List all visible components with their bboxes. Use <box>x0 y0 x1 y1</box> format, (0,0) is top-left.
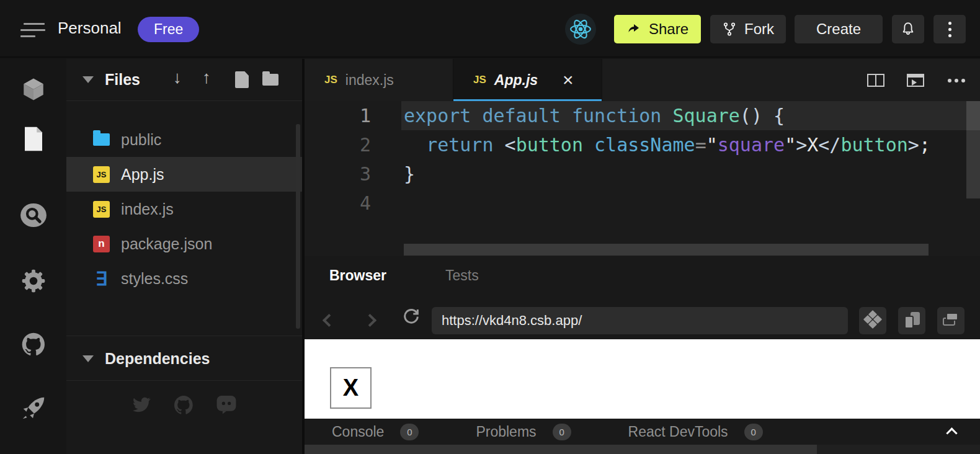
file-item-styles-css[interactable]: ∃styles.css <box>66 261 302 296</box>
line-number: 1 <box>305 105 371 127</box>
new-file-icon[interactable] <box>235 71 249 88</box>
overflow-menu-button[interactable] <box>933 15 966 43</box>
back-icon[interactable] <box>323 314 336 327</box>
files-explorer-icon[interactable] <box>22 126 45 154</box>
browser-preview: X <box>305 339 980 419</box>
code-lines[interactable]: 1export default function Square() {2 ret… <box>305 101 980 218</box>
line-number: 3 <box>305 163 371 185</box>
console-tab-console[interactable]: Console0 <box>332 424 419 440</box>
file-item-public[interactable]: public <box>66 122 302 157</box>
file-item-app-js[interactable]: JSApp.js <box>66 157 302 192</box>
code-line[interactable]: 2 return <button className="square">X</b… <box>305 130 980 159</box>
js-file-icon: JS <box>324 74 337 86</box>
console-tab-label: Console <box>332 424 384 440</box>
open-in-new-window-button[interactable] <box>937 307 964 334</box>
tab-label: index.js <box>345 72 394 89</box>
file-name: index.js <box>121 200 174 218</box>
discord-icon[interactable] <box>215 394 238 415</box>
menu-icon[interactable] <box>20 22 45 38</box>
browser-pane: Browser Tests X Console0Problems0React D… <box>305 256 980 454</box>
create-button[interactable]: Create <box>795 15 883 43</box>
fork-label: Fork <box>744 20 774 38</box>
count-badge: 0 <box>553 424 571 440</box>
console-tab-label: Problems <box>476 424 536 440</box>
twitter-icon[interactable] <box>130 394 153 415</box>
share-button[interactable]: Share <box>614 15 701 43</box>
social-links <box>66 394 302 416</box>
code-text: export default function Square() { <box>371 105 785 127</box>
file-item-package-json[interactable]: npackage.json <box>66 226 302 261</box>
editor-vertical-scrollbar[interactable] <box>966 130 980 198</box>
chevron-down-icon[interactable] <box>82 76 94 83</box>
files-panel: Files ↓ ↑ publicJSApp.jsJSindex.jsnpacka… <box>66 59 302 454</box>
line-number: 4 <box>305 192 371 214</box>
file-list: publicJSApp.jsJSindex.jsnpackage.json∃st… <box>66 122 302 296</box>
console-bar: Console0Problems0React DevTools0 <box>305 419 980 445</box>
js-file-icon: JS <box>93 166 110 183</box>
file-name: styles.css <box>121 270 188 288</box>
upload-icon[interactable]: ↑ <box>202 68 211 87</box>
chevron-up-icon[interactable] <box>946 427 957 438</box>
code-line[interactable]: 3} <box>305 159 980 189</box>
file-name: package.json <box>121 235 212 253</box>
count-badge: 0 <box>400 424 419 440</box>
refresh-icon[interactable] <box>401 306 422 329</box>
settings-gear-icon[interactable] <box>20 267 47 297</box>
fork-button[interactable]: Fork <box>710 15 786 43</box>
create-label: Create <box>816 20 861 38</box>
files-header: Files ↓ ↑ <box>66 59 302 101</box>
bell-icon <box>900 21 916 37</box>
tab-tests[interactable]: Tests <box>445 267 479 284</box>
activity-bar <box>0 59 66 454</box>
editor-horizontal-scrollbar[interactable] <box>404 244 929 256</box>
console-tab-problems[interactable]: Problems0 <box>476 424 571 440</box>
dependencies-title: Dependencies <box>105 350 210 368</box>
plan-badge[interactable]: Free <box>138 17 199 42</box>
top-header: Personal Free Share <box>0 0 980 58</box>
console-items: Console0Problems0React DevTools0 <box>332 419 820 445</box>
sandbox-cube-icon[interactable] <box>20 76 47 105</box>
close-tab-icon[interactable]: × <box>563 71 574 89</box>
download-icon[interactable]: ↓ <box>173 68 182 87</box>
code-line[interactable]: 1export default function Square() { <box>305 101 980 130</box>
github-icon[interactable] <box>20 331 47 360</box>
dependencies-section[interactable]: Dependencies <box>66 336 302 381</box>
forward-icon[interactable] <box>363 314 376 327</box>
console-tab-label: React DevTools <box>628 424 728 440</box>
responsive-devices-button[interactable] <box>859 307 886 334</box>
split-view-icon[interactable] <box>867 74 884 87</box>
editor-scrollbar-highlight <box>966 101 980 130</box>
bottom-scrollbar-track <box>305 445 980 454</box>
file-item-index-js[interactable]: JSindex.js <box>66 192 302 226</box>
files-scrollbar[interactable] <box>296 124 300 329</box>
files-title: Files <box>105 71 140 89</box>
bottom-scrollbar-thumb[interactable] <box>305 445 817 454</box>
open-preview-icon[interactable] <box>907 74 924 87</box>
tab-index-js[interactable]: JS index.js <box>305 59 453 101</box>
tab-app-js[interactable]: JS App.js × <box>453 59 602 101</box>
notifications-button[interactable] <box>892 15 924 43</box>
share-label: Share <box>649 20 688 38</box>
rocket-deploy-icon[interactable] <box>19 394 48 425</box>
code-editor: JS index.js JS App.js × 1export default … <box>305 59 980 256</box>
new-folder-icon[interactable] <box>262 74 278 86</box>
editor-more-icon[interactable] <box>948 79 965 82</box>
js-file-icon: JS <box>93 201 110 218</box>
tab-browser[interactable]: Browser <box>329 267 386 284</box>
react-logo-icon[interactable] <box>565 14 596 45</box>
editor-tab-bar: JS index.js JS App.js × <box>305 59 980 101</box>
js-file-icon: JS <box>473 74 486 86</box>
count-badge: 0 <box>744 424 763 440</box>
workspace-name[interactable]: Personal <box>58 19 122 38</box>
open-in-editor-button[interactable] <box>898 307 925 334</box>
url-input[interactable] <box>432 307 848 334</box>
search-icon[interactable] <box>20 203 47 230</box>
console-tab-react-devtools[interactable]: React DevTools0 <box>628 424 763 440</box>
line-number: 2 <box>305 134 371 156</box>
file-name: App.js <box>121 166 164 184</box>
code-text: } <box>371 163 415 185</box>
fork-icon <box>722 22 737 37</box>
github-footer-icon[interactable] <box>172 394 195 416</box>
square-preview-button[interactable]: X <box>330 367 372 409</box>
code-line[interactable]: 4 <box>305 189 980 218</box>
